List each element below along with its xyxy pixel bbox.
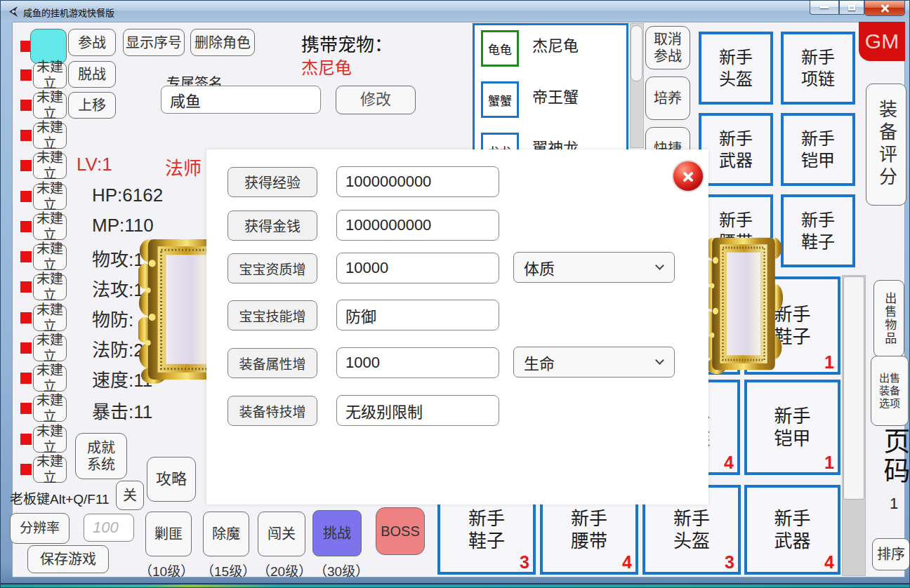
equipment-slot[interactable]: 新手 铠甲 <box>781 113 855 186</box>
maximize-button[interactable] <box>839 1 864 15</box>
combat-button[interactable]: 闯关 <box>258 512 305 556</box>
pet-action-button[interactable]: 取消参战 <box>645 26 690 69</box>
gm-field-label-button[interactable]: 宝宝资质增 <box>228 253 317 283</box>
roster-slot-button[interactable]: 未建立 <box>33 93 67 119</box>
gm-field-input[interactable] <box>336 253 499 283</box>
resolution-button[interactable]: 分辨率 <box>10 513 70 544</box>
status-square <box>20 221 32 232</box>
item-count-badge: 4 <box>824 554 834 571</box>
window-title: 咸鱼的挂机游戏快餐版 <box>23 6 114 19</box>
gm-field-input[interactable] <box>336 300 499 330</box>
equipment-slot[interactable]: 新手 武器 <box>699 113 773 186</box>
signature-input[interactable] <box>161 86 321 114</box>
gm-field-input[interactable] <box>336 210 499 241</box>
dialog-close-button[interactable] <box>672 160 704 192</box>
gm-field-select[interactable]: 体质 <box>513 252 675 283</box>
pet-action-button[interactable]: 培养 <box>645 76 690 120</box>
gm-field-label-button[interactable]: 获得经验 <box>228 167 317 197</box>
inventory-item[interactable]: 新手 武器4 <box>744 485 840 575</box>
roster-slot-button[interactable]: 未建立 <box>33 214 67 240</box>
taskbar-strip <box>1 583 910 588</box>
gm-field-input[interactable] <box>336 395 499 426</box>
page-number-value: 1 <box>880 495 908 513</box>
move-up-button[interactable]: 上移 <box>68 92 116 119</box>
stat-row: MP:110 <box>92 215 154 236</box>
combat-button[interactable]: 剿匪 <box>145 512 192 556</box>
minimize-button[interactable] <box>810 1 839 15</box>
gm-field-label-button[interactable]: 获得金钱 <box>228 211 317 241</box>
roster-slot-button[interactable]: 未建立 <box>33 305 67 331</box>
game-window: 咸鱼的挂机游戏快餐版 未建立未建立未建立未建立未建立未建立未建立未建立未建立未建… <box>0 0 910 588</box>
item-count-badge: 4 <box>622 554 632 571</box>
roster-slot-button[interactable]: 未建立 <box>33 274 67 300</box>
delete-role-button[interactable]: 删除角色 <box>190 29 255 56</box>
modify-signature-button[interactable]: 修改 <box>336 86 416 114</box>
gm-button[interactable]: GM <box>859 22 905 61</box>
item-count-badge: 4 <box>724 454 734 472</box>
status-square <box>20 403 32 414</box>
roster-slot-button[interactable]: 未建立 <box>33 457 67 483</box>
gm-field-input[interactable] <box>336 166 499 197</box>
show-order-button[interactable]: 显示序号 <box>123 29 185 56</box>
pet-list-scrollbar[interactable] <box>630 23 644 148</box>
gm-field-input[interactable] <box>336 347 499 378</box>
unity-app-icon <box>7 6 19 18</box>
join-battle-button[interactable]: 参战 <box>68 29 116 56</box>
roster-slot-button[interactable]: 未建立 <box>33 335 67 361</box>
status-square <box>20 373 32 384</box>
stat-row: 暴击:11 <box>92 397 152 423</box>
combat-button[interactable]: BOSS <box>376 507 425 555</box>
roster-slot-button[interactable]: 未建立 <box>33 153 67 179</box>
close-icon <box>880 4 890 13</box>
pet-slot[interactable]: 龟龟 <box>481 30 519 67</box>
boss-key-toggle-button[interactable]: 关 <box>116 481 144 510</box>
roster-slot-button[interactable]: 未建立 <box>33 366 67 392</box>
roster-slot-button[interactable]: 未建立 <box>33 396 67 422</box>
inventory-scrollbar-thumb[interactable] <box>843 276 864 500</box>
status-square <box>20 100 32 111</box>
gm-field-label-button[interactable]: 宝宝技能增 <box>228 300 317 330</box>
status-square <box>20 130 32 141</box>
gm-field-select[interactable]: 生命 <box>513 347 675 377</box>
equip-score-button[interactable]: 装备评分 <box>866 83 906 206</box>
stat-row: 法防:2 <box>92 335 144 361</box>
achievement-button[interactable]: 成就系统 <box>75 433 127 479</box>
pet-slot[interactable]: 蟹蟹 <box>481 81 519 118</box>
sort-button[interactable]: 排序 <box>872 538 910 570</box>
equipment-slot[interactable]: 新手 项链 <box>781 32 855 105</box>
carried-pet-value: 杰尼龟 <box>301 54 352 79</box>
status-square <box>20 191 32 202</box>
gm-field-label-button[interactable]: 装备属性增 <box>228 348 317 378</box>
status-square <box>20 69 32 81</box>
roster-slot-button[interactable]: 未建立 <box>33 184 67 210</box>
minimize-icon <box>820 6 829 8</box>
carried-pet-label: 携带宠物： <box>301 30 393 56</box>
sell-items-button[interactable]: 出售物品 <box>873 280 904 357</box>
roster-slot-button[interactable]: 未建立 <box>33 123 67 149</box>
class-text: 法师 <box>165 154 202 180</box>
combat-level-label: （15级） <box>201 561 256 580</box>
combat-button[interactable]: 挑战 <box>312 510 362 556</box>
status-square <box>20 434 32 445</box>
combat-button[interactable]: 除魔 <box>203 512 249 556</box>
item-count-badge: 3 <box>520 554 529 571</box>
inventory-item[interactable]: 新手 铠甲1 <box>744 380 840 475</box>
equipment-slot[interactable]: 新手 头盔 <box>699 32 773 105</box>
resolution-input[interactable] <box>84 514 134 542</box>
guide-button[interactable]: 攻略 <box>147 457 196 502</box>
equipment-slot[interactable]: 新手 鞋子 <box>781 194 855 267</box>
roster-slot-button[interactable]: 未建立 <box>33 244 67 270</box>
sell-equip-options-button[interactable]: 出售装备选项 <box>871 356 909 426</box>
roster-slot-button[interactable]: 未建立 <box>33 427 67 453</box>
retreat-button[interactable]: 脱战 <box>68 61 116 88</box>
inventory-scrollbar[interactable] <box>842 275 866 576</box>
gm-field-label-button[interactable]: 装备特技增 <box>228 396 317 426</box>
pet-species-label: 杰尼龟 <box>532 33 579 55</box>
close-window-button[interactable] <box>864 1 905 16</box>
save-game-button[interactable]: 保存游戏 <box>27 545 109 573</box>
maximize-icon <box>848 5 855 11</box>
pet-scrollbar-thumb[interactable] <box>631 25 642 81</box>
pet-species-label: 帝王蟹 <box>532 84 579 107</box>
roster-slot-selected[interactable] <box>30 29 67 64</box>
roster-slot-button[interactable]: 未建立 <box>33 62 67 88</box>
